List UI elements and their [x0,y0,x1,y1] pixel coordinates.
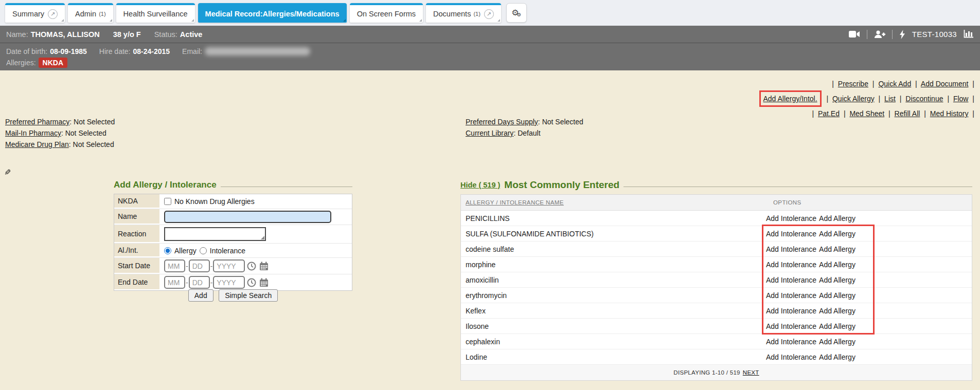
table-row: morphine Add IntoleranceAdd Allergy [461,257,972,272]
discontinue-link[interactable]: Discontinue [905,95,943,103]
start-month-input[interactable] [164,259,185,272]
allergy-name: Ilosone [461,322,766,330]
mail-in-pharmacy-row: Mail-In Pharmacy: Not Selected [5,127,115,139]
add-document-link[interactable]: Add Document [921,80,969,88]
medicare-drug-plan-row: Medicare Drug Plan: Not Selected [5,139,115,150]
lightning-icon[interactable] [899,30,905,39]
allergy-name: SULFA (SULFONAMIDE ANTIBIOTICS) [461,230,766,238]
clock-icon[interactable] [247,278,256,287]
allergy-radio[interactable] [164,247,171,254]
add-intolerance-link[interactable]: Add Intolerance [766,276,816,284]
chart-icon[interactable] [964,30,974,39]
preferred-pharmacy-link[interactable]: Preferred Pharmacy [5,118,69,126]
tab-label: Medical Record:Allergies/Medications [205,10,340,18]
add-intolerance-link[interactable]: Add Intolerance [766,245,816,253]
clock-icon[interactable] [247,262,256,271]
med-history-link[interactable]: Med History [930,109,969,118]
add-allergy-link[interactable]: Add Allergy [819,353,856,361]
end-day-input[interactable] [189,276,210,289]
tab-health-surveillance[interactable]: Health Surveillance [116,3,195,23]
add-allergy-link[interactable]: Add Allergy [819,291,856,300]
table-pagination: DISPLAYING 1-10 / 519 NEXT [461,365,972,380]
nkda-checkbox[interactable] [164,198,171,205]
edit-pencil-icon[interactable]: ✎ [4,168,11,177]
add-allergy-link[interactable]: Add Allergy [819,230,856,238]
allergy-name: morphine [461,261,766,269]
start-year-input[interactable] [213,259,245,272]
gears-icon: ⚙ [517,12,522,17]
add-allergy-intol-link[interactable]: Add Allergy/Intol. [763,95,817,103]
tab-badge: (1) [473,11,480,17]
refill-all-link[interactable]: Refill All [895,109,920,118]
flow-link[interactable]: Flow [953,95,969,103]
popout-icon[interactable]: ↗ [484,9,494,19]
add-allergy-link[interactable]: Add Allergy [819,338,856,346]
mail-in-pharmacy-link[interactable]: Mail-In Pharmacy [5,129,61,137]
current-library-link[interactable]: Current Library [466,129,513,137]
tab-summary[interactable]: Summary ↗ [5,3,65,23]
list-link[interactable]: List [884,95,896,103]
add-allergy-link[interactable]: Add Allergy [819,214,856,222]
pat-ed-link[interactable]: Pat.Ed [818,109,840,118]
add-intolerance-link[interactable]: Add Intolerance [766,353,816,361]
allergy-name-column-header[interactable]: ALLERGY / INTOLERANCE NAME [466,199,564,206]
intolerance-radio[interactable] [200,247,207,254]
add-intolerance-link[interactable]: Add Intolerance [766,338,816,346]
quick-add-link[interactable]: Quick Add [878,80,911,88]
preferred-pharmacy-value: Not Selected [74,118,115,126]
alint-label: Al./Int. [114,244,159,257]
allergy-name: amoxicillin [461,276,766,284]
preferred-days-supply-link[interactable]: Preferred Days Supply [466,118,538,126]
tab-badge: (1) [99,11,105,17]
hide-link[interactable]: Hide ( 519 ) [460,181,500,189]
add-intolerance-link[interactable]: Add Intolerance [766,230,816,238]
medicare-drug-plan-link[interactable]: Medicare Drug Plan [5,140,69,148]
add-intolerance-link[interactable]: Add Intolerance [766,214,816,222]
add-intolerance-link[interactable]: Add Intolerance [766,261,816,269]
tab-admin[interactable]: Admin (1) [68,3,113,23]
add-button[interactable]: Add [188,289,213,302]
action-links-row-2: Add Allergy/Intol. | Quick Allergy | Lis… [759,90,977,107]
med-sheet-link[interactable]: Med Sheet [849,109,884,118]
next-page-link[interactable]: NEXT [743,369,759,376]
hire-date-label: Hire date: [99,47,131,55]
end-year-input[interactable] [213,276,245,289]
add-allergy-link[interactable]: Add Allergy [819,245,856,253]
allergy-name: erythromycin [461,291,766,300]
allergy-badge[interactable]: NKDA [39,58,67,68]
prescribe-link[interactable]: Prescribe [838,80,868,88]
mail-in-pharmacy-value: Not Selected [65,129,106,137]
calendar-icon[interactable] [259,278,269,287]
add-allergy-link[interactable]: Add Allergy [819,276,856,284]
calendar-icon[interactable] [259,262,269,271]
patient-name: THOMAS, ALLISON [31,30,100,39]
most-commonly-entered-table: ALLERGY / INTOLERANCE NAME OPTIONS PENIC… [460,194,972,381]
tab-bar: Summary ↗ Admin (1) Health Surveillance … [0,0,980,26]
add-intolerance-link[interactable]: Add Intolerance [766,307,816,315]
quick-allergy-link[interactable]: Quick Allergy [832,95,875,103]
simple-search-button[interactable]: Simple Search [219,289,278,302]
tab-documents[interactable]: Documents (1) ↗ [426,3,501,23]
end-month-input[interactable] [164,276,185,289]
redacted-email [205,47,310,55]
add-intolerance-link[interactable]: Add Intolerance [766,291,816,300]
dob-value: 08-09-1985 [50,47,87,55]
status-label: Status: [154,30,177,39]
patient-id: TEST-10033 [912,30,957,39]
nkda-row: NKDA No Known Drug Allergies [114,194,352,209]
tab-label: On Screen Forms [357,10,416,18]
video-camera-icon[interactable] [849,30,860,38]
popout-icon[interactable]: ↗ [48,9,58,19]
tab-settings-button[interactable]: ⚙ ⚙ [506,3,527,23]
add-user-icon[interactable] [874,30,885,39]
reaction-input[interactable] [164,227,266,241]
tab-medical-record-allergies-medications[interactable]: Medical Record:Allergies/Medications [198,3,347,23]
add-allergy-link[interactable]: Add Allergy [819,322,856,330]
start-day-input[interactable] [189,259,210,272]
add-allergy-link[interactable]: Add Allergy [819,307,856,315]
add-allergy-link[interactable]: Add Allergy [819,261,856,269]
allergies-label: Allergies: [6,59,36,67]
add-intolerance-link[interactable]: Add Intolerance [766,322,816,330]
tab-on-screen-forms[interactable]: On Screen Forms [350,3,423,23]
allergy-name-input[interactable] [164,211,331,223]
